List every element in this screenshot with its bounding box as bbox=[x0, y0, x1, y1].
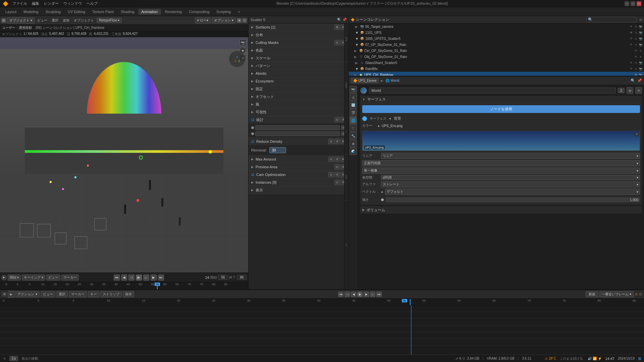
alpha-dropdown[interactable]: ストレート▾ bbox=[381, 181, 640, 187]
mapping-dropdown[interactable]: 正面円筒図▾ bbox=[362, 160, 640, 166]
select-menu[interactable]: 選択 bbox=[50, 18, 60, 23]
volume-section-header[interactable]: ▶ ボリューム bbox=[360, 206, 642, 214]
marker-menu[interactable]: マーカー bbox=[61, 275, 79, 281]
instances-header[interactable]: ▶ Instances [9] ⊙ ↺ bbox=[249, 179, 348, 186]
outliner-filter[interactable]: ⊙ bbox=[639, 18, 642, 21]
minimize-button[interactable]: ─ bbox=[625, 1, 629, 6]
strength-slider[interactable]: 1.000 bbox=[386, 197, 640, 202]
ol-item-1101-ups[interactable]: ▼ 📦 1101_UPS 👁 🖱 📷 bbox=[349, 29, 644, 36]
anim-jump-end[interactable]: ⏭ bbox=[376, 292, 382, 297]
retopoflow-btn[interactable]: RetopoFlow ▾ bbox=[97, 18, 122, 23]
next-frame-btn[interactable]: ▶ bbox=[151, 275, 157, 281]
anim-strip-menu[interactable]: ストリップ bbox=[100, 291, 122, 297]
end-frame-input[interactable]: 86 bbox=[237, 275, 247, 280]
anim-prev-frame[interactable]: ◀ bbox=[351, 292, 356, 297]
tab-add[interactable]: + bbox=[234, 9, 243, 15]
prop-tab-physics[interactable]: 🌊 bbox=[350, 147, 357, 155]
vp-icon-camera[interactable]: 📷 bbox=[239, 39, 246, 46]
object-menu[interactable]: オブジェクト bbox=[72, 18, 96, 23]
view-menu-pb[interactable]: ビュー bbox=[46, 275, 60, 281]
prop-tab-view-layer[interactable]: 🔢 bbox=[350, 101, 357, 109]
offset-section-header[interactable]: ▶ オフセット bbox=[249, 93, 348, 100]
cam-optimization-header[interactable]: ☑ Cam Optimization ⊙ ↺ ✕ bbox=[249, 171, 348, 178]
ol-item-rainbfix[interactable]: ▼ 📦 RainBfix 👁●📷 bbox=[349, 66, 644, 72]
prev-frame-btn[interactable]: ◀ bbox=[121, 275, 127, 281]
ol-item-ctrl-sky[interactable]: ▶ 📦 Ctrl_OP_SkyDome_01_Rain 👁● bbox=[349, 48, 644, 54]
anim-next-key[interactable]: ▷ bbox=[370, 292, 375, 297]
play-menu[interactable]: 開始▾ bbox=[8, 275, 21, 281]
menu-help[interactable]: ヘルプ bbox=[85, 0, 100, 7]
view-menu[interactable]: ビュー bbox=[36, 18, 49, 23]
prop-tab-output[interactable]: 🖨 bbox=[350, 94, 357, 101]
tab-modeling[interactable]: Modeling bbox=[20, 9, 42, 15]
world-copy-btn[interactable]: ⊕ bbox=[627, 87, 633, 94]
scatter-search-icon[interactable]: 🔍 bbox=[337, 18, 341, 21]
prop-tab-world[interactable]: 🌐 bbox=[350, 117, 357, 124]
tab-texture-paint[interactable]: Texture Paint bbox=[89, 9, 117, 15]
jump-start-btn[interactable]: ⏮ bbox=[114, 275, 120, 281]
world-delete-btn[interactable]: ✕ bbox=[635, 87, 642, 94]
ol-item-ups-ctrl-rainbow[interactable]: ▶ ◉ UPS_Ctrl_Rainbow 👁📷 bbox=[349, 72, 644, 76]
use-nodes-button[interactable]: ノードを使用 bbox=[362, 105, 640, 113]
pattern-section-header[interactable]: ▶ パターン bbox=[249, 62, 348, 69]
anim-filter-icon[interactable]: ⊙ bbox=[639, 292, 642, 296]
prop-tab-particles[interactable]: ◉ bbox=[350, 140, 357, 147]
tab-uv-editing[interactable]: UV Editing bbox=[64, 9, 89, 15]
abiotic-section-header[interactable]: ▶ Abiotic bbox=[249, 70, 348, 77]
mode-selector[interactable]: オブジェクト▾ bbox=[7, 17, 35, 23]
next-keyframe-btn[interactable]: ▷ bbox=[143, 275, 149, 281]
prev-keyframe-btn[interactable]: ◁ bbox=[128, 275, 135, 281]
surface-section-header[interactable]: ▼ サーフェス bbox=[360, 96, 642, 103]
anim-view-menu[interactable]: ビュー bbox=[41, 291, 55, 297]
scatter-pin-icon[interactable]: 📌 bbox=[342, 18, 346, 21]
tab-compositing[interactable]: Compositing bbox=[185, 9, 213, 15]
anim-prev-key[interactable]: ◁ bbox=[344, 292, 350, 297]
outliner-search[interactable]: 🔍 bbox=[586, 17, 637, 22]
menu-file[interactable]: ファイル bbox=[10, 0, 29, 7]
statistics-section-header[interactable]: ☑ 統計 ⊙ ↺ bbox=[249, 116, 348, 123]
tab-animation[interactable]: Animation bbox=[138, 9, 161, 15]
ecosystem-section-header[interactable]: ▶ Ecosystem bbox=[249, 77, 348, 85]
anim-key-menu[interactable]: キー bbox=[88, 291, 99, 297]
world-name-input[interactable] bbox=[369, 87, 616, 94]
tab-scripting[interactable]: Scripting bbox=[213, 9, 234, 15]
tab-shading[interactable]: Shading bbox=[117, 9, 138, 15]
image-type-dropdown[interactable]: 単一画像▾ bbox=[362, 168, 640, 174]
menu-edit[interactable]: 編集 bbox=[30, 0, 41, 7]
boundary-section-header[interactable]: ▶ 固定 bbox=[249, 85, 348, 93]
prop-search-icon[interactable]: 🔍 bbox=[631, 78, 635, 83]
start-frame-input[interactable]: 56 bbox=[218, 275, 228, 280]
engine-selector[interactable]: 🔶 UPS_Eevee bbox=[351, 78, 379, 83]
ol-item-target-camera[interactable]: ▶ 📷 00_Target_camera 👁 🖱 📷 bbox=[349, 23, 644, 29]
reduce-density-header[interactable]: ☑ Reduce Density ⊙ ↺ ✕ bbox=[249, 138, 348, 145]
surfaces-section-header[interactable]: ▶ Surfaces [1] ⚙ ✕ bbox=[249, 23, 348, 31]
display-header[interactable]: ▶ 表示 bbox=[249, 186, 348, 194]
options-btn[interactable]: オプション ▾ bbox=[212, 17, 236, 23]
anim-save-btn[interactable]: 保存 bbox=[123, 291, 134, 297]
anim-next-frame[interactable]: ▶ bbox=[364, 292, 369, 297]
prop-pin-icon[interactable]: 📌 bbox=[637, 78, 642, 83]
ol-item-1005-scatter[interactable]: ▼ 📦 1005_UPSTG_Scatter5 👁●📷 bbox=[349, 36, 644, 42]
tab-rendering[interactable]: Rendering bbox=[161, 9, 185, 15]
win-start[interactable]: ⊞ bbox=[638, 356, 641, 361]
add-menu[interactable]: 追加 bbox=[61, 18, 71, 23]
color-section-header[interactable]: ▶ 色面 bbox=[249, 47, 348, 54]
world-breadcrumb[interactable]: 🌐 World bbox=[385, 79, 399, 82]
tex-close-btn[interactable]: ✕ bbox=[634, 132, 639, 136]
anim-play[interactable]: ▶ bbox=[357, 292, 363, 297]
anim-mode-selector[interactable]: 一番近いフレーム ▾ bbox=[599, 291, 634, 297]
maximize-button[interactable]: □ bbox=[631, 1, 635, 6]
scale-section-header[interactable]: ▶ スケール bbox=[249, 54, 348, 62]
anim-new-btn[interactable]: 新規 bbox=[586, 291, 598, 297]
removal-value-input[interactable] bbox=[269, 147, 286, 153]
jump-end-btn[interactable]: ⏭ bbox=[158, 275, 164, 281]
bunpu-section-header[interactable]: ▶ 分布 bbox=[249, 31, 348, 39]
prop-tab-modifier[interactable]: 🔧 bbox=[350, 132, 357, 139]
menu-window[interactable]: ウィンドウ bbox=[61, 0, 84, 7]
row-selector[interactable]: ▾ ロー▾ bbox=[195, 17, 211, 23]
ol-item-obj-sky[interactable]: ▶ ▽ Obj_OP_SkyDome_01_Rain 👁● bbox=[349, 54, 644, 60]
tab-layout[interactable]: Layout bbox=[2, 9, 20, 15]
linear-dropdown[interactable]: リニア▾ bbox=[381, 153, 640, 159]
ol-item-glass[interactable]: ▶ ◇ GlassShard_Scatter5 👁●📷 bbox=[349, 60, 644, 66]
colorspace-dropdown[interactable]: sRGB▾ bbox=[381, 175, 640, 180]
